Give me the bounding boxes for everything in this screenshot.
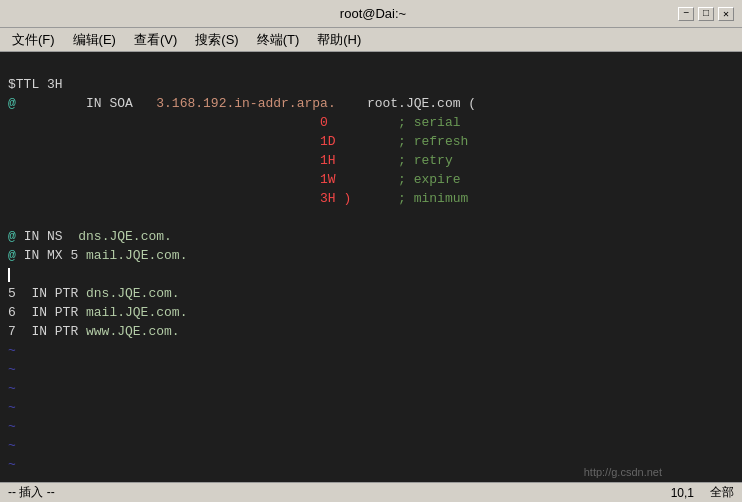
editor-area[interactable]: $TTL 3H @ IN SOA 3.168.192.in-addr.arpa.… <box>0 52 742 482</box>
menu-terminal[interactable]: 终端(T) <box>249 29 308 51</box>
menu-search[interactable]: 搜索(S) <box>187 29 246 51</box>
line-18: ~ <box>8 400 16 415</box>
line-2: @ IN SOA 3.168.192.in-addr.arpa. root.JQ… <box>8 96 476 111</box>
editor-content: $TTL 3H @ IN SOA 3.168.192.in-addr.arpa.… <box>0 56 742 482</box>
close-button[interactable]: ✕ <box>718 7 734 21</box>
line-3: 0 ; serial <box>8 115 461 130</box>
line-6: 1W ; expire <box>8 172 461 187</box>
minimize-button[interactable]: − <box>678 7 694 21</box>
watermark: http://g.csdn.net <box>584 466 662 478</box>
line-12: 5 IN PTR dns.JQE.com. <box>8 286 180 301</box>
line-1: $TTL 3H <box>8 77 63 92</box>
menu-help[interactable]: 帮助(H) <box>309 29 369 51</box>
line-7: 3H ) ; minimum <box>8 191 468 206</box>
cursor-position: 10,1 <box>671 486 694 500</box>
line-22: ~ <box>8 476 16 482</box>
line-15: ~ <box>8 343 16 358</box>
line-13: 6 IN PTR mail.JQE.com. <box>8 305 187 320</box>
scroll-position: 全部 <box>710 484 734 501</box>
menu-bar: 文件(F) 编辑(E) 查看(V) 搜索(S) 终端(T) 帮助(H) <box>0 28 742 52</box>
editor-mode: -- 插入 -- <box>8 484 55 501</box>
line-11 <box>8 267 10 282</box>
window-title: root@Dai:~ <box>68 6 678 21</box>
line-4: 1D ; refresh <box>8 134 468 149</box>
line-9: @ IN NS dns.JQE.com. <box>8 229 172 244</box>
menu-file[interactable]: 文件(F) <box>4 29 63 51</box>
status-bar: -- 插入 -- 10,1 全部 <box>0 482 742 502</box>
line-10: @ IN MX 5 mail.JQE.com. <box>8 248 187 263</box>
line-16: ~ <box>8 362 16 377</box>
menu-edit[interactable]: 编辑(E) <box>65 29 124 51</box>
line-20: ~ <box>8 438 16 453</box>
line-8 <box>8 210 16 225</box>
line-14: 7 IN PTR www.JQE.com. <box>8 324 180 339</box>
line-5: 1H ; retry <box>8 153 453 168</box>
title-bar: root@Dai:~ − □ ✕ <box>0 0 742 28</box>
line-17: ~ <box>8 381 16 396</box>
menu-view[interactable]: 查看(V) <box>126 29 185 51</box>
line-21: ~ <box>8 457 16 472</box>
window-controls[interactable]: − □ ✕ <box>678 7 734 21</box>
maximize-button[interactable]: □ <box>698 7 714 21</box>
line-19: ~ <box>8 419 16 434</box>
